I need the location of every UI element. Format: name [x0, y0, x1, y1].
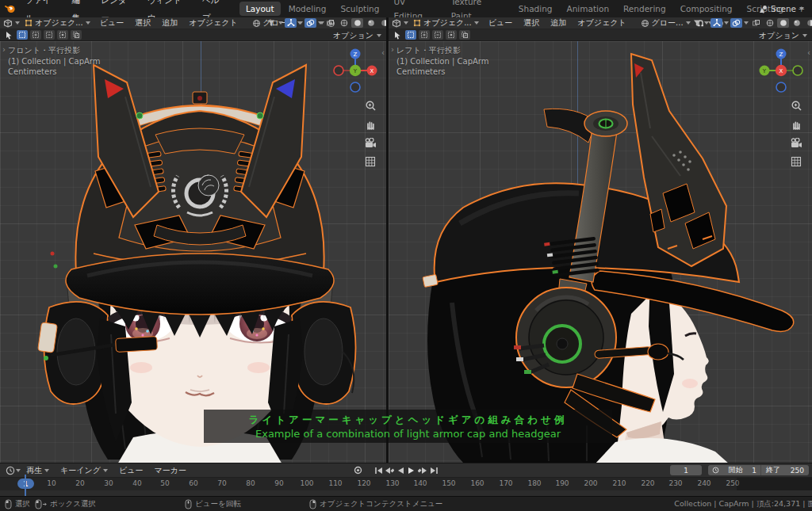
timeline-ruler[interactable]: 10 20 30 40 50 60 70 80 90 100 110 120 1…	[0, 477, 812, 490]
gizmos-toggle-icon[interactable]	[285, 18, 297, 28]
frame-tick: 100	[300, 479, 313, 487]
timeline-editor: 再生 キーイング ビュー マーカー 1 開始1 終了250	[0, 463, 812, 497]
toolbar-expand-icon[interactable]: ›	[2, 46, 6, 54]
select-mode-subtract-icon[interactable]	[44, 30, 55, 40]
frame-tick: 60	[189, 479, 197, 487]
select-mode-intersect-icon[interactable]	[71, 30, 82, 40]
shading-solid-icon[interactable]	[351, 18, 363, 28]
pan-hand-icon[interactable]	[365, 119, 377, 131]
shading-rendered-icon[interactable]	[804, 18, 812, 28]
grid-toggle-icon[interactable]	[791, 156, 802, 167]
menu-object[interactable]: オブジェクト	[184, 17, 242, 29]
editor-type-icon[interactable]	[391, 18, 402, 28]
options-dropdown[interactable]: オプション	[759, 30, 807, 41]
current-frame-field[interactable]: 1	[670, 465, 702, 475]
camera-view-icon[interactable]	[790, 138, 802, 149]
frame-tick: 140	[413, 479, 427, 487]
toolbar-expand-icon[interactable]: ›	[391, 46, 394, 54]
mode-dropdown[interactable]: オブジェク...	[21, 17, 94, 29]
viewport-3d-canvas-side[interactable]: レフト・平行投影 (1) Collection | CapArm Centime…	[389, 41, 812, 463]
menu-marker[interactable]: マーカー	[148, 465, 191, 476]
workspace-tab-rendering[interactable]: Rendering	[617, 2, 672, 16]
gizmos-toggle-icon[interactable]	[710, 18, 722, 28]
editor-type-icon[interactable]	[2, 18, 13, 28]
camera-view-icon[interactable]	[364, 138, 377, 149]
clock-icon[interactable]	[5, 466, 16, 475]
chevron-down-icon	[377, 34, 381, 37]
workspace-tab-sculpting[interactable]: Sculpting	[334, 2, 385, 16]
tweak-tool-icon[interactable]	[392, 30, 403, 40]
menu-keying[interactable]: キーイング	[55, 465, 113, 476]
select-mode-extend-icon[interactable]	[419, 30, 430, 40]
chevron-down-icon	[686, 21, 691, 25]
filter-funnel-icon[interactable]	[265, 18, 277, 28]
tweak-tool-icon[interactable]	[3, 30, 14, 40]
transform-orientation-dropdown[interactable]: グロー...	[638, 17, 694, 29]
menu-add[interactable]: 追加	[157, 17, 182, 29]
object-mode-icon	[413, 19, 421, 27]
shading-material-icon[interactable]	[365, 18, 377, 28]
select-mode-invert-icon[interactable]	[446, 30, 457, 40]
blender-logo-icon[interactable]	[5, 4, 16, 13]
pan-hand-icon[interactable]	[791, 119, 802, 131]
prev-keyframe-icon[interactable]	[384, 465, 395, 475]
overlays-toggle-icon[interactable]	[730, 18, 742, 28]
menu-view[interactable]: ビュー	[95, 17, 128, 29]
menu-add[interactable]: 追加	[546, 17, 571, 29]
menu-select[interactable]: 選択	[519, 17, 544, 29]
frame-tick: 170	[499, 479, 512, 487]
select-mode-invert-icon[interactable]	[57, 30, 68, 40]
frame-tick: 50	[160, 479, 169, 487]
workspace-tab-animation[interactable]: Animation	[561, 2, 616, 16]
viewport-header: オブジェク... ビュー 選択 追加 オブジェクト グロー...	[0, 17, 386, 29]
start-frame-field[interactable]: 開始1	[708, 465, 760, 475]
auto-keying-icon[interactable]	[352, 465, 363, 475]
zoom-tool-icon[interactable]	[791, 100, 802, 112]
viewport-3d-canvas-front[interactable]: フロント・平行投影 (1) Collection | CapArm Centim…	[0, 41, 386, 463]
grid-toggle-icon[interactable]	[365, 156, 376, 167]
workspace-tab-shading[interactable]: Shading	[512, 2, 559, 16]
options-dropdown[interactable]: オプション	[333, 30, 381, 41]
shading-wireframe-icon[interactable]	[338, 18, 350, 28]
select-mode-extend-icon[interactable]	[30, 30, 41, 40]
menu-select[interactable]: 選択	[130, 17, 155, 29]
mode-dropdown[interactable]: オブジェク...	[410, 17, 482, 29]
frame-tick: 190	[555, 479, 569, 487]
workspace-tab-compositing[interactable]: Compositing	[674, 2, 739, 16]
status-select-hint: 選択	[5, 497, 30, 511]
xray-toggle-icon[interactable]	[750, 18, 762, 28]
sidebar-expand-icon[interactable]: ‹	[381, 49, 385, 57]
zoom-tool-icon[interactable]	[365, 100, 377, 112]
jump-to-end-icon[interactable]	[428, 465, 439, 475]
menu-view[interactable]: ビュー	[113, 465, 148, 476]
sidebar-expand-icon[interactable]: ‹	[807, 49, 810, 57]
shading-rendered-icon[interactable]	[378, 18, 386, 28]
shading-solid-icon[interactable]	[777, 18, 789, 28]
workspace-tab-layout[interactable]: Layout	[239, 2, 281, 16]
select-mode-intersect-icon[interactable]	[459, 30, 470, 40]
end-frame-field[interactable]: 終了250	[761, 465, 809, 475]
shading-material-icon[interactable]	[791, 18, 802, 28]
navigation-gizmo[interactable]: Z X Y	[332, 48, 378, 93]
play-reverse-icon[interactable]	[395, 465, 406, 475]
shading-wireframe-icon[interactable]	[764, 18, 776, 28]
status-rotate-view-hint: ビューを回転	[185, 497, 241, 511]
status-context-menu-hint: オブジェクトコンテクストメニュー	[309, 497, 442, 511]
xray-toggle-icon[interactable]	[324, 18, 336, 28]
workspace-tab-modeling[interactable]: Modeling	[282, 2, 333, 16]
select-mode-new-icon[interactable]	[405, 30, 416, 40]
left-mouse-drag-icon	[35, 499, 47, 509]
navigation-gizmo[interactable]: Z Y X	[758, 48, 804, 93]
chevron-down-icon	[86, 21, 90, 25]
menu-view[interactable]: ビュー	[484, 17, 517, 29]
jump-to-start-icon[interactable]	[373, 465, 384, 475]
next-keyframe-icon[interactable]	[417, 465, 428, 475]
playhead-line[interactable]	[25, 475, 26, 496]
play-icon[interactable]	[406, 465, 417, 475]
select-mode-subtract-icon[interactable]	[432, 30, 443, 40]
filter-funnel-icon[interactable]	[691, 18, 703, 28]
overlays-toggle-icon[interactable]	[304, 18, 316, 28]
scene-selector[interactable]: Scene	[759, 0, 804, 17]
menu-object[interactable]: オブジェクト	[573, 17, 630, 29]
select-mode-new-icon[interactable]	[17, 30, 28, 40]
